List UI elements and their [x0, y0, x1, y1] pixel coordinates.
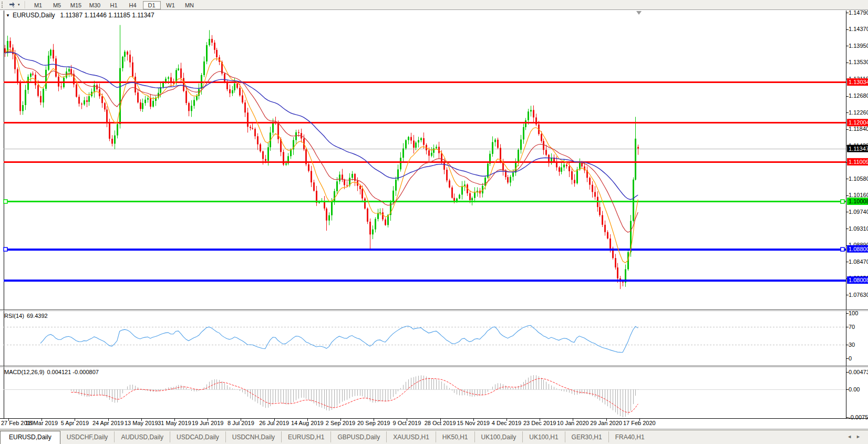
svg-text:1.09310: 1.09310: [849, 225, 868, 232]
line-handle[interactable]: [4, 200, 7, 203]
chart-frame: [0, 10, 868, 429]
symbol-dropdown-icon[interactable]: ▼: [6, 13, 10, 18]
svg-text:1.12004: 1.12004: [849, 119, 868, 126]
chart-tab-XAUUSD-H1[interactable]: XAUUSD,H1: [386, 431, 436, 442]
toolbar-separator: [25, 1, 26, 8]
svg-text:0.00: 0.00: [849, 386, 860, 393]
date-axis[interactable]: 27 Feb 201918 Mar 20195 Apr 201924 Apr 2…: [1, 419, 656, 426]
svg-text:1.11347: 1.11347: [849, 146, 868, 152]
svg-text:1.10580: 1.10580: [849, 175, 868, 182]
svg-text:28 Oct 2019: 28 Oct 2019: [425, 420, 456, 426]
chart-tab-AUDUSD-Daily[interactable]: AUDUSD,Daily: [114, 431, 170, 442]
chart-tab-EURUSD-H1[interactable]: EURUSD,H1: [281, 431, 330, 442]
main-chart[interactable]: 1.147901.143701.139501.135301.131101.126…: [0, 9, 868, 430]
rsi-indicator-label: RSI(14)69.4392: [4, 313, 48, 319]
svg-text:14 Aug 2019: 14 Aug 2019: [291, 420, 324, 426]
svg-text:1.11009: 1.11009: [849, 159, 868, 165]
chart-shift-marker-icon[interactable]: [636, 11, 642, 15]
svg-text:8 Jul 2019: 8 Jul 2019: [228, 420, 254, 426]
svg-text:13 May 2019: 13 May 2019: [125, 420, 158, 426]
timeframe-button-H4[interactable]: H4: [124, 1, 142, 9]
symbols-compare-icon[interactable]: ▾: [7, 1, 22, 9]
svg-text:1.10160: 1.10160: [849, 192, 868, 198]
price-axis[interactable]: 1.147901.143701.139501.135301.131101.126…: [846, 9, 868, 298]
svg-text:31 May 2019: 31 May 2019: [158, 420, 191, 426]
svg-text:1.14370: 1.14370: [849, 26, 868, 32]
svg-text:30: 30: [849, 342, 855, 348]
timeframe-button-MN[interactable]: MN: [181, 1, 199, 9]
chart-tab-USDCAD-Daily[interactable]: USDCAD,Daily: [170, 431, 225, 442]
svg-text:1.09740: 1.09740: [849, 209, 868, 215]
rsi-panel[interactable]: 10070300: [4, 310, 858, 362]
chart-tab-HK50-H1[interactable]: HK50,H1: [436, 431, 474, 442]
svg-text:70: 70: [849, 324, 855, 330]
horizontal-lines[interactable]: [4, 82, 846, 281]
chart-tab-USDCHF-Daily[interactable]: USDCHF,Daily: [60, 431, 115, 442]
svg-text:15 Nov 2019: 15 Nov 2019: [457, 420, 490, 426]
line-handle[interactable]: [841, 247, 844, 251]
svg-text:1.07630: 1.07630: [849, 292, 868, 298]
toolbar-grip[interactable]: [2, 2, 5, 8]
macd-indicator-label: MACD(12,26,9)0.004121 -0.000807: [4, 369, 99, 375]
svg-text:5 Apr 2019: 5 Apr 2019: [61, 420, 89, 426]
chart-tabs: EURUSD,DailyUSDCHF,DailyAUDUSD,DailyUSDC…: [0, 430, 651, 444]
timeframe-button-M5[interactable]: M5: [48, 1, 66, 9]
svg-text:1.10008: 1.10008: [849, 198, 868, 204]
svg-text:26 Jul 2019: 26 Jul 2019: [259, 420, 289, 426]
chart-tab-EURUSD-Daily[interactable]: EURUSD,Daily: [0, 431, 60, 444]
chart-tab-USDCNH-Daily[interactable]: USDCNH,Daily: [225, 431, 281, 442]
chart-tab-bar: EURUSD,DailyUSDCHF,DailyAUDUSD,DailyUSDC…: [0, 430, 868, 444]
svg-text:1.08008: 1.08008: [849, 277, 868, 283]
svg-text:18 Mar 2019: 18 Mar 2019: [25, 420, 58, 426]
svg-text:1.12680: 1.12680: [849, 92, 868, 99]
double-arrow-icon: [8, 2, 16, 8]
svg-text:29 Jan 2020: 29 Jan 2020: [590, 420, 622, 426]
tab-scroll-buttons: ◄►: [847, 434, 865, 439]
chart-tab-GER30-H1[interactable]: GER30,H1: [565, 431, 608, 442]
timeframe-button-M15[interactable]: M15: [67, 1, 85, 9]
chart-window: ▼EURUSD,Daily1.11387 1.11446 1.11185 1.1…: [0, 9, 868, 430]
svg-text:1.13530: 1.13530: [849, 59, 868, 65]
macd-values: 0.004121 -0.000807: [47, 369, 98, 375]
svg-text:2 Sep 2019: 2 Sep 2019: [326, 420, 355, 426]
macd-signal-line: [71, 378, 638, 412]
svg-text:1.13950: 1.13950: [849, 43, 868, 49]
rsi-name: RSI(14): [4, 313, 24, 319]
chart-tab-UK100-Daily[interactable]: UK100,Daily: [474, 431, 523, 442]
chart-tab-UK100-H1[interactable]: UK100,H1: [522, 431, 564, 442]
dropdown-caret-icon: ▾: [18, 3, 20, 7]
svg-text:1.12260: 1.12260: [849, 109, 868, 116]
svg-text:0: 0: [849, 355, 852, 362]
toolbar: ▾ M1M5M15M30H1H4D1W1MN: [0, 0, 868, 10]
rsi-line: [40, 325, 638, 352]
svg-text:17 Feb 2020: 17 Feb 2020: [623, 420, 656, 426]
svg-text:100: 100: [849, 310, 858, 316]
tab-scroll-left-icon[interactable]: ◄: [847, 434, 856, 439]
svg-text:0.004738: 0.004738: [849, 369, 868, 375]
timeframe-buttons: M1M5M15M30H1H4D1W1MN: [29, 0, 199, 9]
svg-text:23 Dec 2019: 23 Dec 2019: [523, 420, 556, 426]
chart-tab-GBPUSD-Daily[interactable]: GBPUSD,Daily: [330, 431, 386, 442]
chart-title: ▼EURUSD,Daily1.11387 1.11446 1.11185 1.1…: [6, 12, 154, 19]
moving-average-55: [5, 53, 638, 200]
line-handle[interactable]: [841, 200, 844, 203]
svg-text:-0.00758: -0.00758: [849, 414, 868, 420]
macd-name: MACD(12,26,9): [4, 369, 44, 375]
timeframe-button-M1[interactable]: M1: [29, 1, 47, 9]
chart-ohlc-values: 1.11387 1.11446 1.11185 1.11347: [60, 12, 154, 19]
line-handle[interactable]: [4, 247, 7, 251]
chart-tab-FRA40-H1[interactable]: FRA40,H1: [608, 431, 651, 442]
chart-symbol-period: EURUSD,Daily: [13, 12, 55, 19]
tab-scroll-right-icon[interactable]: ►: [856, 434, 865, 439]
svg-text:10 Jan 2020: 10 Jan 2020: [557, 420, 589, 426]
macd-panel[interactable]: 0.0047380.00-0.00758: [4, 369, 868, 420]
svg-text:24 Apr 2019: 24 Apr 2019: [92, 420, 123, 426]
timeframe-button-H1[interactable]: H1: [105, 1, 123, 9]
svg-text:9 Oct 2019: 9 Oct 2019: [392, 420, 421, 426]
svg-text:1.11840: 1.11840: [849, 126, 868, 132]
svg-text:19 Jun 2019: 19 Jun 2019: [192, 420, 224, 426]
timeframe-button-D1[interactable]: D1: [143, 1, 161, 9]
svg-text:4 Dec 2019: 4 Dec 2019: [492, 420, 521, 426]
timeframe-button-M30[interactable]: M30: [86, 1, 104, 9]
timeframe-button-W1[interactable]: W1: [162, 1, 180, 9]
